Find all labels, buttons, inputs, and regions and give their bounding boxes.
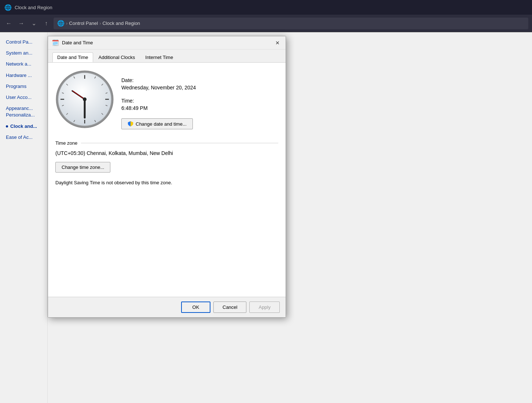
nav-bar: ← → ⌄ ↑ 🌐 › Control Panel › Clock and Re… xyxy=(0,15,532,32)
time-value: 6:48:49 PM xyxy=(121,105,196,111)
ok-button[interactable]: OK xyxy=(181,302,210,313)
up-button[interactable]: ↑ xyxy=(41,18,51,29)
timezone-value: (UTC+05:30) Chennai, Kolkata, Mumbai, Ne… xyxy=(55,150,278,156)
content-area: Add clocks for different time zones 🗓️ D… xyxy=(48,32,532,403)
timezone-section-header: Time zone xyxy=(55,140,278,146)
dialog-title-icon: 🗓️ xyxy=(52,39,59,46)
change-timezone-button[interactable]: Change time zone... xyxy=(55,162,110,173)
sidebar-item-control-panel[interactable]: Control Pa... xyxy=(0,37,47,48)
title-bar-text: Clock and Region xyxy=(15,5,52,10)
sidebar: Control Pa... System an... Network a... … xyxy=(0,32,48,403)
clock-info: Date: Wednesday, November 20, 2024 Time:… xyxy=(121,70,196,129)
sidebar-item-programs[interactable]: Programs xyxy=(0,81,47,92)
dst-note: Daylight Saving Time is not observed by … xyxy=(55,180,278,185)
uac-shield-icon xyxy=(128,121,133,127)
analog-clock xyxy=(55,70,114,129)
main-area: Control Pa... System an... Network a... … xyxy=(0,32,532,403)
sidebar-item-network[interactable]: Network a... xyxy=(0,59,47,70)
forward-button[interactable]: → xyxy=(16,18,26,29)
sidebar-item-system[interactable]: System an... xyxy=(0,48,47,59)
dialog-body: Date: Wednesday, November 20, 2024 Time:… xyxy=(48,62,286,297)
active-indicator xyxy=(6,125,8,127)
timezone-section-title: Time zone xyxy=(55,140,77,146)
section-divider xyxy=(81,143,278,143)
change-datetime-button[interactable]: Change date and time... xyxy=(121,118,193,129)
dialog-close-button[interactable]: ✕ xyxy=(273,38,282,47)
breadcrumb-clock-region[interactable]: Clock and Region xyxy=(102,21,140,26)
date-label: Date: xyxy=(121,77,196,83)
time-label: Time: xyxy=(121,98,196,104)
title-bar-icon: 🌐 xyxy=(4,4,12,11)
tab-additional-clocks[interactable]: Additional Clocks xyxy=(94,52,140,62)
dialog-footer: OK Cancel Apply xyxy=(48,297,286,317)
recent-button[interactable]: ⌄ xyxy=(29,18,39,29)
sidebar-item-ease[interactable]: Ease of Ac... xyxy=(0,132,47,143)
date-time-dialog: 🗓️ Date and Time ✕ Date and Time Additio… xyxy=(48,36,286,318)
dialog-title-bar: 🗓️ Date and Time ✕ xyxy=(48,36,286,49)
tab-internet-time[interactable]: Internet Time xyxy=(140,52,178,62)
breadcrumb-control-panel[interactable]: Control Panel xyxy=(69,21,98,26)
back-button[interactable]: ← xyxy=(4,18,14,29)
dialog-title-text: Date and Time xyxy=(62,40,270,45)
timezone-section: Time zone (UTC+05:30) Chennai, Kolkata, … xyxy=(55,140,278,185)
title-bar: 🌐 Clock and Region xyxy=(0,0,532,15)
date-value: Wednesday, November 20, 2024 xyxy=(121,85,196,90)
sidebar-item-user-accounts[interactable]: User Acco... xyxy=(0,92,47,103)
tab-date-time[interactable]: Date and Time xyxy=(52,52,93,62)
cancel-button[interactable]: Cancel xyxy=(213,302,246,313)
apply-button[interactable]: Apply xyxy=(249,302,280,313)
breadcrumb-globe-icon: 🌐 xyxy=(57,20,65,27)
sidebar-item-clock[interactable]: Clock and... xyxy=(0,121,47,132)
dialog-tabs: Date and Time Additional Clocks Internet… xyxy=(48,49,286,62)
clock-date-section: Date: Wednesday, November 20, 2024 Time:… xyxy=(55,70,278,129)
sidebar-item-hardware[interactable]: Hardware ... xyxy=(0,70,47,81)
dialog-backdrop: 🗓️ Date and Time ✕ Date and Time Additio… xyxy=(48,32,532,403)
svg-point-21 xyxy=(83,97,87,101)
sidebar-item-appearance[interactable]: Appearanc... Personaliza... xyxy=(0,103,47,121)
breadcrumb: 🌐 › Control Panel › Clock and Region xyxy=(54,18,528,29)
